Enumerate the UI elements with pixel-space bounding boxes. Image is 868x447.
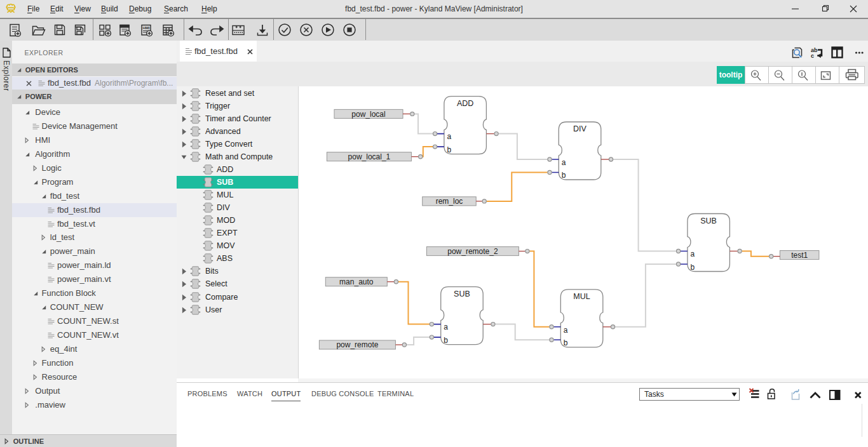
svg-text:pow_remote: pow_remote (336, 340, 378, 349)
svg-text:b: b (562, 171, 566, 180)
svg-text:test1: test1 (791, 251, 808, 260)
svg-text:b: b (447, 145, 451, 154)
svg-text:ADD: ADD (457, 99, 473, 108)
svg-text:DIV: DIV (573, 124, 587, 133)
svg-text:man_auto: man_auto (339, 277, 374, 286)
svg-text:b: b (444, 336, 448, 345)
svg-text:a: a (562, 158, 566, 167)
svg-text:b: b (690, 263, 695, 272)
svg-text:c: c (811, 53, 814, 59)
svg-text:b: b (564, 338, 568, 347)
svg-text:pow_remote_2: pow_remote_2 (447, 247, 498, 256)
svg-text:SUB: SUB (454, 290, 470, 298)
svg-text:HMI: HMI (143, 26, 150, 30)
svg-text:a: a (444, 323, 448, 331)
svg-text:a: a (564, 326, 568, 335)
svg-text:pow_local_1: pow_local_1 (348, 152, 391, 161)
svg-text:SUB: SUB (700, 217, 717, 225)
svg-text:MUL: MUL (573, 292, 590, 301)
svg-text:a: a (447, 132, 451, 141)
svg-text:rem_loc: rem_loc (436, 197, 463, 206)
svg-text:a: a (690, 250, 695, 258)
svg-text:pow_local: pow_local (351, 110, 385, 119)
